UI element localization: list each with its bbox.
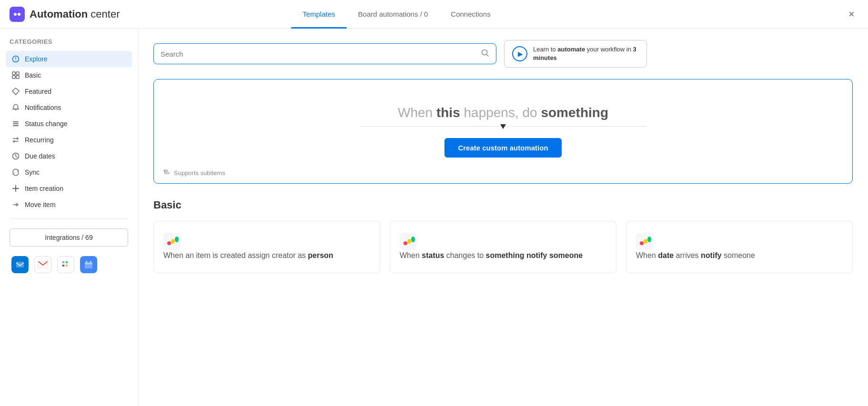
- play-icon: ▶: [518, 50, 523, 58]
- svg-point-31: [411, 237, 415, 242]
- tab-templates[interactable]: Templates: [291, 0, 346, 29]
- sidebar-item-status-change-label: Status change: [25, 120, 68, 128]
- compass-icon: [11, 55, 20, 63]
- subitems-label: Supports subitems: [163, 169, 225, 177]
- sidebar-item-due-dates-label: Due dates: [25, 152, 55, 160]
- sidebar-divider: [10, 218, 128, 219]
- sidebar-item-item-creation-label: Item creation: [25, 185, 63, 192]
- sidebar-item-explore[interactable]: Explore: [6, 51, 132, 67]
- svg-rect-5: [12, 72, 15, 75]
- header-logo: Automation center: [10, 7, 120, 22]
- svg-rect-23: [165, 172, 169, 174]
- svg-rect-7: [12, 76, 15, 79]
- sidebar-item-status-change[interactable]: Status change: [6, 116, 132, 132]
- svg-point-30: [407, 239, 411, 244]
- svg-point-25: [167, 241, 171, 245]
- template-card-3[interactable]: When date arrives notify someone: [626, 221, 853, 273]
- integration-icons: [6, 252, 132, 277]
- tab-connections[interactable]: Connections: [439, 0, 502, 29]
- bell-icon: [11, 103, 20, 112]
- card-1-text: When an item is created assign creator a…: [163, 250, 370, 261]
- learn-widget[interactable]: ▶ Learn to automate your workflow in 3 m…: [504, 40, 647, 68]
- card-2-text: When status changes to something notify …: [400, 250, 606, 261]
- search-box: [153, 43, 496, 64]
- svg-rect-12: [13, 125, 19, 126]
- plus-icon: [11, 184, 20, 193]
- monday-logo-2: [400, 233, 417, 250]
- gmail-icon: [34, 256, 51, 273]
- sidebar: Categories Explore Basic: [0, 29, 138, 406]
- svg-marker-4: [15, 59, 17, 61]
- svg-marker-3: [15, 57, 17, 59]
- close-button[interactable]: ×: [845, 4, 858, 24]
- body: Categories Explore Basic: [0, 29, 868, 406]
- sync-icon: [11, 168, 20, 177]
- grid-icon: [11, 71, 20, 79]
- main-content: ▶ Learn to automate your workflow in 3 m…: [138, 29, 868, 406]
- template-card-1[interactable]: When an item is created assign creator a…: [153, 221, 380, 273]
- svg-rect-17: [62, 261, 64, 263]
- list-icon: [11, 119, 20, 128]
- header-nav: Templates Board automations / 0 Connecti…: [291, 0, 502, 29]
- repeat-icon: [11, 136, 20, 144]
- template-card-2[interactable]: When status changes to something notify …: [390, 221, 616, 273]
- create-custom-automation-button[interactable]: Create custom automation: [444, 138, 561, 158]
- sidebar-item-due-dates[interactable]: Due dates: [6, 148, 132, 164]
- automation-divider: [360, 126, 646, 127]
- learn-text: Learn to automate your workflow in 3 min…: [533, 45, 639, 62]
- svg-point-0: [14, 13, 17, 16]
- svg-marker-9: [12, 88, 19, 95]
- svg-rect-14: [16, 262, 24, 267]
- search-row: ▶ Learn to automate your workflow in 3 m…: [153, 40, 853, 68]
- clock-icon: [11, 152, 20, 160]
- svg-rect-20: [85, 262, 92, 268]
- outlook-icon: [11, 256, 29, 273]
- sidebar-item-move-item-label: Move item: [25, 201, 56, 208]
- svg-point-35: [647, 237, 651, 242]
- app-icon: [10, 7, 25, 22]
- monday-logo-3: [636, 233, 653, 250]
- svg-rect-6: [16, 72, 19, 75]
- svg-point-21: [482, 50, 487, 55]
- header-title: Automation center: [30, 8, 120, 20]
- search-icon: [481, 49, 489, 59]
- sidebar-item-item-creation[interactable]: Item creation: [6, 180, 132, 197]
- svg-point-26: [171, 239, 175, 244]
- sidebar-item-move-item[interactable]: Move item: [6, 197, 132, 213]
- sidebar-item-basic-label: Basic: [25, 71, 41, 79]
- svg-rect-16: [62, 265, 64, 267]
- sidebar-item-notifications[interactable]: Notifications: [6, 99, 132, 116]
- svg-rect-10: [13, 121, 19, 122]
- custom-automation-phrase: When this happens, do something: [398, 105, 608, 120]
- search-input[interactable]: [161, 50, 481, 58]
- sidebar-item-basic[interactable]: Basic: [6, 67, 132, 83]
- header-title-light: center: [88, 8, 120, 20]
- arrow-icon: [11, 200, 20, 209]
- svg-point-27: [175, 237, 179, 242]
- slack-icon: [57, 256, 74, 273]
- sidebar-item-notifications-label: Notifications: [25, 104, 61, 111]
- play-button: ▶: [512, 46, 527, 61]
- card-3-text: When date arrives notify someone: [636, 250, 843, 261]
- svg-rect-18: [66, 261, 68, 263]
- sidebar-item-featured[interactable]: Featured: [6, 83, 132, 99]
- svg-rect-19: [66, 265, 68, 267]
- categories-label: Categories: [6, 38, 132, 51]
- template-cards-row: When an item is created assign creator a…: [153, 221, 853, 273]
- sidebar-item-sync[interactable]: Sync: [6, 164, 132, 180]
- sidebar-item-featured-label: Featured: [25, 88, 51, 95]
- svg-point-29: [404, 241, 407, 245]
- svg-rect-8: [16, 76, 19, 79]
- sidebar-item-recurring[interactable]: Recurring: [6, 132, 132, 148]
- sidebar-item-explore-label: Explore: [25, 55, 47, 63]
- sidebar-item-recurring-label: Recurring: [25, 136, 54, 144]
- tab-board-automations[interactable]: Board automations / 0: [347, 0, 440, 29]
- custom-automation-card: When this happens, do something Create c…: [153, 79, 853, 184]
- diamond-icon: [11, 87, 20, 96]
- calendar-icon: [80, 256, 97, 273]
- svg-rect-11: [13, 123, 19, 124]
- integrations-button[interactable]: Integrations / 69: [10, 228, 128, 247]
- sidebar-item-sync-label: Sync: [25, 168, 40, 176]
- svg-point-34: [644, 239, 647, 244]
- monday-logo-1: [163, 233, 181, 250]
